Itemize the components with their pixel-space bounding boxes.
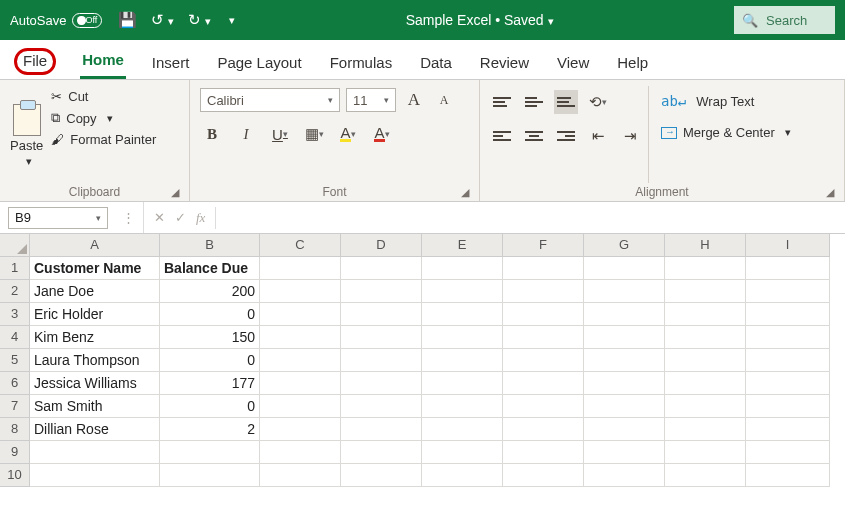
tab-help[interactable]: Help (615, 54, 650, 79)
cell[interactable] (746, 441, 830, 464)
cell[interactable] (503, 349, 584, 372)
cell[interactable] (260, 372, 341, 395)
cell[interactable] (584, 326, 665, 349)
cancel-icon[interactable]: ✕ (154, 210, 165, 225)
cell[interactable]: Kim Benz (30, 326, 160, 349)
cell[interactable] (341, 395, 422, 418)
cell[interactable] (160, 464, 260, 487)
cell[interactable] (503, 395, 584, 418)
undo-icon[interactable]: ↺▾ (151, 11, 174, 29)
merge-center-button[interactable]: Merge & Center ▾ (659, 122, 793, 143)
dialog-launcher-icon[interactable]: ◢ (826, 186, 834, 199)
cell[interactable] (584, 257, 665, 280)
cell[interactable] (665, 349, 746, 372)
tab-file[interactable]: File (14, 48, 56, 75)
cell-options-icon[interactable]: ⋮ (114, 210, 143, 225)
spreadsheet-grid[interactable]: A B C D E F G H I 1Customer NameBalance … (0, 234, 845, 487)
fx-icon[interactable]: fx (196, 210, 205, 226)
cell[interactable] (584, 372, 665, 395)
font-name-combo[interactable]: Calibri▾ (200, 88, 340, 112)
font-size-combo[interactable]: 11▾ (346, 88, 396, 112)
cell[interactable] (30, 464, 160, 487)
cell[interactable]: Balance Due (160, 257, 260, 280)
cell[interactable]: Sam Smith (30, 395, 160, 418)
bold-button[interactable]: B (200, 122, 224, 146)
cell[interactable] (503, 441, 584, 464)
cell[interactable] (665, 395, 746, 418)
cell[interactable]: 177 (160, 372, 260, 395)
row-header[interactable]: 5 (0, 349, 30, 372)
cell[interactable] (341, 326, 422, 349)
cell[interactable] (503, 464, 584, 487)
cell[interactable] (341, 372, 422, 395)
fill-color-button[interactable]: A ▾ (336, 122, 360, 146)
underline-button[interactable]: U ▾ (268, 122, 292, 146)
tab-view[interactable]: View (555, 54, 591, 79)
cell[interactable] (503, 303, 584, 326)
cell[interactable] (665, 372, 746, 395)
cell[interactable]: 0 (160, 395, 260, 418)
cell[interactable] (665, 303, 746, 326)
align-top-icon[interactable] (490, 90, 514, 114)
row-header[interactable]: 7 (0, 395, 30, 418)
cell[interactable] (341, 441, 422, 464)
tab-insert[interactable]: Insert (150, 54, 192, 79)
cell[interactable] (665, 441, 746, 464)
cell[interactable] (584, 464, 665, 487)
cell[interactable] (260, 257, 341, 280)
cell[interactable] (503, 326, 584, 349)
cell[interactable] (746, 349, 830, 372)
name-box[interactable]: B9▾ (8, 207, 108, 229)
row-header[interactable]: 9 (0, 441, 30, 464)
row-header[interactable]: 4 (0, 326, 30, 349)
cell[interactable] (584, 395, 665, 418)
select-all-corner[interactable] (0, 234, 30, 257)
tab-page-layout[interactable]: Page Layout (215, 54, 303, 79)
cell[interactable] (584, 280, 665, 303)
cell[interactable] (746, 395, 830, 418)
row-header[interactable]: 3 (0, 303, 30, 326)
cell[interactable] (503, 257, 584, 280)
cell[interactable]: 200 (160, 280, 260, 303)
cell[interactable] (160, 441, 260, 464)
search-box[interactable]: 🔍 Search (734, 6, 835, 34)
cell[interactable] (584, 441, 665, 464)
cell[interactable] (422, 418, 503, 441)
cell[interactable] (422, 441, 503, 464)
tab-formulas[interactable]: Formulas (328, 54, 395, 79)
orientation-icon[interactable]: ⟲ ▾ (586, 90, 610, 114)
cell[interactable]: 0 (160, 349, 260, 372)
cell[interactable] (584, 303, 665, 326)
col-header-A[interactable]: A (30, 234, 160, 257)
paste-button[interactable]: Paste ▾ (10, 86, 43, 183)
cell[interactable] (422, 280, 503, 303)
cell[interactable] (665, 257, 746, 280)
cell[interactable] (341, 418, 422, 441)
cell[interactable]: Jane Doe (30, 280, 160, 303)
cell[interactable] (422, 303, 503, 326)
row-header[interactable]: 1 (0, 257, 30, 280)
col-header-F[interactable]: F (503, 234, 584, 257)
increase-font-icon[interactable]: A (402, 88, 426, 112)
col-header-D[interactable]: D (341, 234, 422, 257)
cell[interactable] (341, 303, 422, 326)
col-header-B[interactable]: B (160, 234, 260, 257)
formula-input[interactable] (215, 207, 845, 229)
cell[interactable] (260, 441, 341, 464)
cell[interactable] (422, 326, 503, 349)
cell[interactable] (584, 418, 665, 441)
col-header-H[interactable]: H (665, 234, 746, 257)
font-color-button[interactable]: A ▾ (370, 122, 394, 146)
col-header-I[interactable]: I (746, 234, 830, 257)
row-header[interactable]: 10 (0, 464, 30, 487)
cell[interactable] (746, 257, 830, 280)
enter-icon[interactable]: ✓ (175, 210, 186, 225)
cell[interactable] (260, 395, 341, 418)
tab-data[interactable]: Data (418, 54, 454, 79)
cell[interactable] (422, 349, 503, 372)
cell[interactable]: 150 (160, 326, 260, 349)
dialog-launcher-icon[interactable]: ◢ (171, 186, 179, 199)
align-left-icon[interactable] (490, 124, 514, 148)
cell[interactable] (665, 464, 746, 487)
cell[interactable] (746, 372, 830, 395)
